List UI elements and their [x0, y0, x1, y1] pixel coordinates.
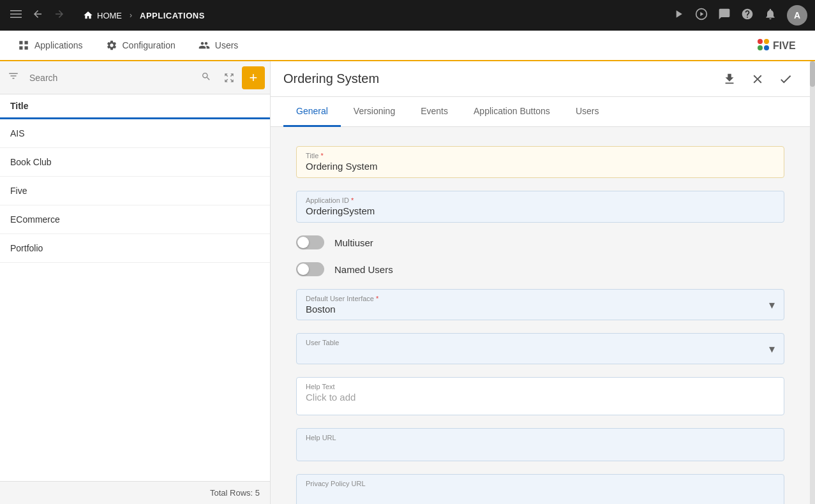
help-text-label: Help Text — [306, 383, 775, 390]
title-input[interactable] — [306, 161, 775, 172]
help-url-field-group: Help URL — [296, 428, 784, 461]
secondbar-applications[interactable]: Applications — [8, 34, 93, 57]
multiuser-toggle[interactable] — [296, 235, 324, 249]
tab-general[interactable]: General — [283, 97, 341, 127]
search-input[interactable] — [29, 73, 198, 83]
svg-rect-2 — [10, 17, 22, 18]
content-header: Ordering System — [271, 61, 810, 97]
title-field-wrapper[interactable]: Title * — [296, 146, 784, 178]
named-users-toggle[interactable] — [296, 262, 324, 276]
breadcrumb-applications: APPLICATIONS — [140, 11, 205, 20]
svg-rect-1 — [10, 13, 22, 15]
user-table-field-group: User Table ▾ — [296, 333, 784, 364]
list-item[interactable]: Book Club — [0, 148, 270, 177]
default-ui-field-group: Default User Interface * Boston ▾ — [296, 289, 784, 320]
named-users-row: Named Users — [296, 262, 784, 276]
play-icon[interactable] — [672, 8, 685, 24]
list-item[interactable]: Portfolio — [0, 234, 270, 263]
help-url-field-wrapper[interactable]: Help URL — [296, 428, 784, 461]
privacy-policy-input[interactable] — [306, 489, 775, 500]
app-id-label: Application ID * — [306, 196, 775, 204]
svg-rect-5 — [25, 41, 28, 44]
bell-icon[interactable] — [764, 8, 777, 24]
menu-icon[interactable] — [8, 6, 24, 26]
svg-point-9 — [764, 39, 769, 44]
sidebar: + Title AIS Book Club Five ECommerce Por… — [0, 61, 271, 504]
tab-versioning[interactable]: Versioning — [341, 97, 408, 127]
media-icon[interactable] — [695, 8, 708, 24]
close-button[interactable] — [746, 68, 769, 91]
help-url-input[interactable] — [306, 443, 775, 454]
toggle-knob — [297, 237, 309, 248]
svg-rect-0 — [10, 10, 22, 11]
multiuser-row: Multiuser — [296, 235, 784, 249]
sidebar-column-header: Title — [0, 94, 270, 119]
chevron-down-icon: ▾ — [769, 342, 775, 356]
home-label: HOME — [97, 11, 122, 20]
app-id-input[interactable] — [306, 205, 775, 216]
search-icon[interactable] — [201, 71, 211, 84]
help-text-field[interactable]: Help Text Click to add — [296, 377, 784, 415]
sidebar-toolbar: + — [0, 61, 270, 94]
topbar: HOME › APPLICATIONS A — [0, 0, 815, 31]
users-label: Users — [215, 40, 239, 50]
svg-rect-4 — [19, 41, 22, 44]
filter-icon[interactable] — [5, 68, 22, 87]
help-text-field-group: Help Text Click to add — [296, 377, 784, 415]
svg-point-8 — [758, 39, 763, 44]
five-logo: FIVE — [756, 38, 807, 53]
total-rows-label: Total Rows: 5 — [210, 488, 260, 498]
help-icon[interactable] — [741, 8, 754, 24]
tabs: General Versioning Events Application Bu… — [271, 97, 810, 127]
main-layout: + Title AIS Book Club Five ECommerce Por… — [0, 61, 815, 504]
chat-icon[interactable] — [718, 8, 731, 24]
sidebar-expand-btn[interactable] — [219, 68, 239, 88]
scroll-thumb[interactable] — [810, 61, 815, 87]
home-nav[interactable]: HOME — [83, 10, 122, 20]
sidebar-footer: Total Rows: 5 — [0, 481, 270, 504]
add-button[interactable]: + — [242, 66, 265, 89]
toggle-knob — [297, 263, 309, 275]
form-area: Title * Application ID * — [271, 127, 810, 504]
user-table-dropdown[interactable]: User Table ▾ — [296, 333, 784, 364]
user-table-label: User Table — [306, 339, 769, 346]
page-title: Ordering System — [283, 71, 718, 86]
list-item[interactable]: AIS — [0, 119, 270, 148]
svg-text:FIVE: FIVE — [773, 40, 796, 51]
help-text-placeholder[interactable]: Click to add — [306, 392, 775, 403]
default-ui-value: Boston — [306, 304, 769, 315]
configuration-label: Configuration — [123, 40, 176, 50]
user-table-content: User Table — [306, 339, 769, 359]
default-ui-dropdown[interactable]: Default User Interface * Boston ▾ — [296, 289, 784, 320]
svg-point-10 — [758, 45, 763, 50]
tab-users[interactable]: Users — [563, 97, 612, 127]
back-icon[interactable] — [29, 6, 46, 26]
scroll-track[interactable] — [810, 61, 815, 504]
multiuser-label: Multiuser — [334, 237, 373, 248]
save-button[interactable] — [774, 68, 797, 91]
avatar[interactable]: A — [787, 5, 807, 26]
download-button[interactable] — [718, 68, 741, 91]
secondbar-configuration[interactable]: Configuration — [96, 34, 186, 57]
secondbar-users[interactable]: Users — [188, 34, 249, 57]
tab-events[interactable]: Events — [408, 97, 461, 127]
privacy-policy-field-wrapper[interactable]: Privacy Policy URL — [296, 474, 784, 504]
named-users-label: Named Users — [334, 264, 393, 275]
default-ui-label: Default User Interface * — [306, 295, 769, 302]
default-ui-content: Default User Interface * Boston — [306, 295, 769, 315]
secondbar: Applications Configuration Users FIVE — [0, 31, 815, 61]
chevron-down-icon: ▾ — [769, 298, 775, 312]
content-panel: Ordering System General Versioning Event… — [271, 61, 810, 504]
content-actions — [718, 68, 797, 91]
topbar-right: A — [672, 5, 807, 26]
forward-icon[interactable] — [51, 6, 68, 26]
list-item[interactable]: Five — [0, 177, 270, 205]
privacy-policy-label: Privacy Policy URL — [306, 480, 775, 487]
help-url-label: Help URL — [306, 434, 775, 441]
title-label: Title * — [306, 152, 775, 159]
breadcrumb-sep: › — [130, 11, 132, 20]
search-container — [24, 71, 216, 84]
list-item[interactable]: ECommerce — [0, 205, 270, 234]
tab-application-buttons[interactable]: Application Buttons — [461, 97, 563, 127]
app-id-field-wrapper[interactable]: Application ID * — [296, 191, 784, 223]
